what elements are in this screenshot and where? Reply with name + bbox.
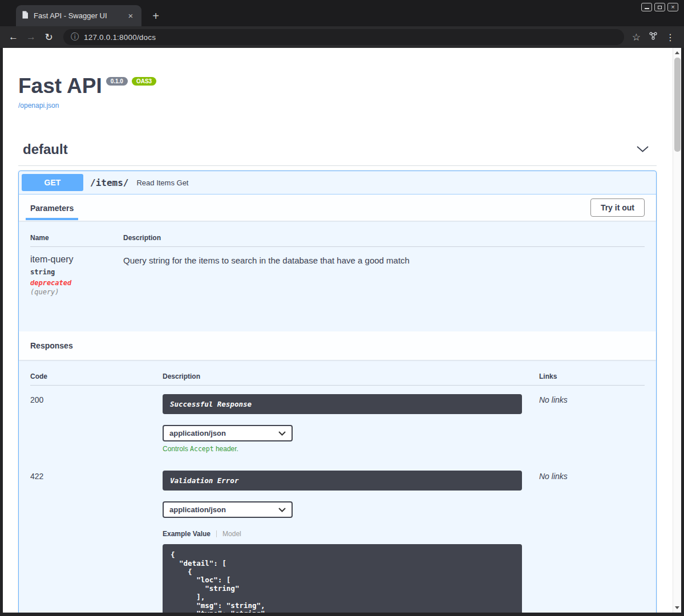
version-badge: 0.1.0	[106, 77, 128, 86]
response-code: 200	[30, 394, 163, 453]
parameters-section-header: Parameters Try it out	[19, 194, 656, 221]
responses-title: Responses	[30, 341, 73, 350]
example-code-block: { "detail": [ { "loc": [ "string" ], "ms…	[163, 544, 522, 613]
parameter-location: (query)	[30, 288, 123, 296]
column-header-links: Links	[539, 372, 645, 380]
parameter-type: string	[30, 268, 123, 276]
chevron-down-icon	[278, 429, 286, 437]
column-header-description: Description	[163, 372, 539, 380]
forward-button[interactable]: →	[23, 30, 39, 45]
tab-divider	[216, 530, 217, 537]
browser-tab[interactable]: Fast API - Swagger UI ×	[16, 5, 141, 26]
table-row: item-query string deprecated (query) Que…	[30, 247, 645, 296]
responses-table: Code Description Links 200 Successful Re…	[19, 360, 656, 613]
media-type-value: application/json	[169, 429, 226, 437]
tag-section-header[interactable]: default	[18, 141, 657, 166]
responses-section-header: Responses	[19, 331, 656, 360]
accept-code: Accept	[190, 445, 214, 453]
chevron-down-icon	[278, 505, 286, 514]
tab-model[interactable]: Model	[222, 530, 241, 538]
parameters-table-header: Name Description	[30, 229, 645, 247]
operation-summary-text: Read Items Get	[136, 179, 188, 187]
table-row: 422 Validation Error application/json Ex…	[30, 462, 645, 613]
media-type-value: application/json	[169, 505, 226, 514]
accept-header-note: Controls Accept header.	[163, 445, 539, 453]
bookmark-star-icon[interactable]: ☆	[632, 31, 641, 43]
column-header-code: Code	[30, 372, 163, 380]
close-button[interactable]: ×	[667, 3, 678, 11]
media-type-select[interactable]: application/json	[163, 425, 293, 441]
tab-title: Fast API - Swagger UI	[34, 11, 120, 20]
tag-title: default	[23, 141, 68, 157]
page-favicon-icon	[22, 11, 29, 21]
try-it-out-button[interactable]: Try it out	[590, 198, 645, 217]
operation-path: /items/	[90, 177, 128, 188]
scrollbar-thumb[interactable]	[674, 58, 681, 152]
browser-navbar: ← → ↻ ⓘ 127.0.0.1:8000/docs ☆ ⋮	[0, 26, 684, 48]
reload-button[interactable]: ↻	[41, 30, 56, 45]
oas-badge: OAS3	[132, 77, 156, 86]
page-content: Fast API 0.1.0 OAS3 /openapi.json defaul…	[3, 48, 681, 613]
parameter-name-cell: item-query string deprecated (query)	[30, 254, 123, 296]
tab-example-value[interactable]: Example Value	[163, 530, 211, 538]
swagger-ui: Fast API 0.1.0 OAS3 /openapi.json defaul…	[3, 48, 681, 613]
browser-extension-icon[interactable]	[649, 31, 658, 43]
maximize-button[interactable]	[654, 3, 665, 11]
triangle-down-icon	[675, 606, 679, 609]
minimize-icon	[645, 8, 649, 9]
maximize-icon	[658, 6, 662, 9]
url-text: 127.0.0.1:8000/docs	[84, 33, 156, 42]
example-model-tabs: Example Value Model	[163, 530, 539, 538]
triangle-up-icon	[675, 51, 679, 54]
openapi-spec-link[interactable]: /openapi.json	[18, 102, 657, 110]
response-links: No links	[539, 471, 645, 613]
column-header-name: Name	[30, 234, 123, 242]
operation-block: GET /items/ Read Items Get Parameters Tr…	[18, 171, 657, 613]
window-controls: ×	[641, 3, 678, 11]
url-bar[interactable]: ⓘ 127.0.0.1:8000/docs	[63, 29, 624, 45]
example-json: { "detail": [ { "loc": [ "string" ], "ms…	[171, 551, 514, 613]
parameter-name: item-query	[30, 254, 123, 265]
chevron-down-icon[interactable]	[637, 144, 649, 155]
column-header-description: Description	[123, 234, 645, 242]
scroll-down-button[interactable]	[673, 603, 681, 612]
page-title: Fast API	[18, 75, 102, 96]
media-type-select[interactable]: application/json	[163, 501, 293, 518]
response-description-cell: Successful Response application/json Con…	[163, 394, 539, 453]
response-code: 422	[30, 471, 163, 613]
table-row: 200 Successful Response application/json…	[30, 386, 645, 453]
tab-close-icon[interactable]: ×	[126, 11, 136, 21]
api-info-header: Fast API 0.1.0 OAS3	[18, 75, 657, 96]
browser-menu-button[interactable]: ⋮	[666, 32, 675, 43]
parameters-table: Name Description item-query string depre…	[19, 221, 656, 331]
response-links: No links	[539, 394, 645, 453]
page-scrollbar[interactable]	[673, 48, 681, 613]
response-description: Validation Error	[163, 471, 522, 491]
browser-titlebar: Fast API - Swagger UI × + ×	[0, 0, 684, 26]
parameter-description: Query string for the items to search in …	[123, 254, 645, 296]
operation-summary[interactable]: GET /items/ Read Items Get	[19, 171, 656, 194]
minimize-button[interactable]	[641, 3, 652, 11]
response-description-cell: Validation Error application/json Exampl…	[163, 471, 539, 613]
new-tab-button[interactable]: +	[148, 9, 163, 23]
navbar-right-icons: ☆ ⋮	[632, 31, 675, 43]
http-method-badge: GET	[22, 174, 83, 191]
scroll-up-button[interactable]	[673, 48, 681, 57]
parameters-tab[interactable]: Parameters	[26, 196, 78, 220]
parameter-deprecated-label: deprecated	[30, 279, 123, 287]
responses-table-header: Code Description Links	[30, 367, 645, 386]
site-info-icon[interactable]: ⓘ	[71, 32, 79, 42]
response-description: Successful Response	[163, 394, 522, 414]
back-button[interactable]: ←	[6, 30, 21, 45]
